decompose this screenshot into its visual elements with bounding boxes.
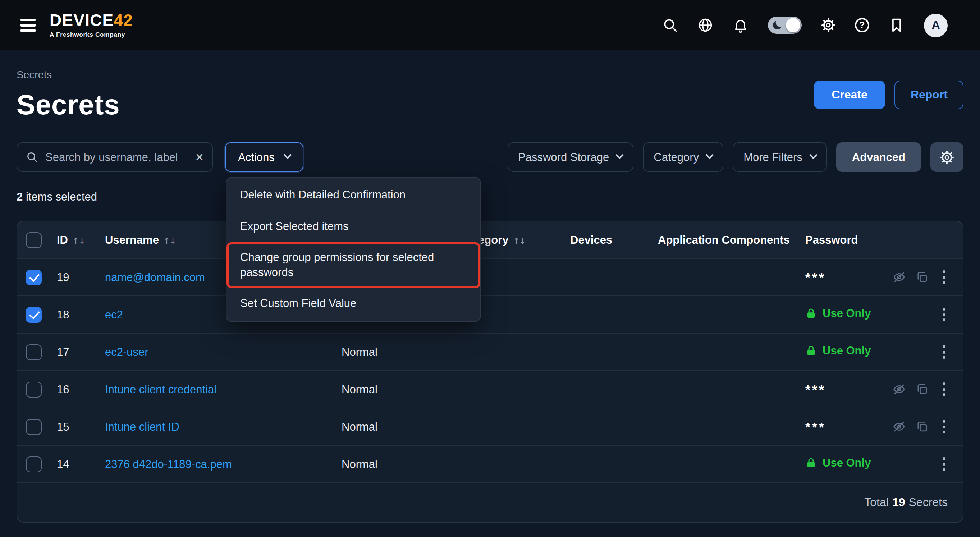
row-checkbox[interactable] — [25, 269, 41, 285]
category-filter[interactable]: Category — [643, 142, 723, 172]
row-menu-button[interactable] — [938, 305, 950, 324]
actions-label: Actions — [238, 151, 275, 164]
sort-icon: ↑↓ — [72, 235, 85, 246]
report-button[interactable]: Report — [895, 81, 964, 109]
lock-icon — [805, 345, 817, 357]
row-menu-button[interactable] — [938, 455, 950, 474]
cell-username-link[interactable]: Intune client credential — [98, 383, 249, 396]
selection-label: items selected — [26, 191, 97, 203]
chevron-down-icon — [283, 151, 291, 159]
cell-id: 15 — [49, 420, 98, 433]
lock-icon — [805, 457, 817, 469]
toggle-knob — [786, 18, 800, 32]
cell-col4: Normal — [334, 458, 453, 470]
category-filter-label: Category — [654, 151, 699, 164]
chevron-down-icon — [809, 151, 817, 159]
table-row: 19 name@domain.com *** — [17, 259, 963, 296]
cell-id: 17 — [49, 345, 98, 358]
notifications-icon[interactable] — [733, 17, 748, 33]
create-button[interactable]: Create — [813, 81, 885, 109]
brand-logo[interactable]: DEVICE42 A Freshworks Company — [49, 12, 133, 38]
menu-item[interactable]: Set Custom Field Value — [226, 288, 480, 319]
use-only-label: Use Only — [822, 456, 871, 469]
topbar: DEVICE42 A Freshworks Company ? A — [0, 0, 980, 50]
row-menu-button[interactable] — [938, 343, 950, 362]
total-count: 19 — [892, 496, 905, 509]
search-box[interactable]: × — [16, 142, 213, 172]
table-row: 14 2376 d42do-1189-ca.pem Normal Use Onl… — [17, 446, 963, 483]
filter-row: × Actions Password Storage Category More… — [16, 142, 964, 172]
settings-icon[interactable] — [821, 18, 835, 32]
cell-username-link[interactable]: Intune client ID — [98, 420, 249, 433]
more-filters-dropdown[interactable]: More Filters — [733, 142, 827, 172]
breadcrumb: Secrets — [16, 69, 120, 81]
search-input[interactable] — [45, 151, 188, 164]
table-row: 17 ec2-user Normal Use Only — [17, 334, 963, 371]
bookmark-icon[interactable] — [889, 17, 905, 33]
menu-item[interactable]: Delete with Detailed Confirmation — [226, 180, 480, 211]
password-masked: *** — [805, 271, 826, 285]
actions-dropdown-button[interactable]: Actions — [225, 142, 304, 172]
eye-off-icon[interactable] — [892, 383, 906, 396]
row-checkbox[interactable] — [25, 456, 41, 472]
password-use-only: Use Only — [805, 344, 871, 357]
row-menu-button[interactable] — [938, 417, 950, 436]
brand-main: DEVICE — [49, 11, 114, 29]
table-settings-button[interactable] — [931, 142, 964, 172]
row-menu-button[interactable] — [938, 380, 950, 399]
total-suffix: Secrets — [909, 496, 948, 509]
row-menu-button[interactable] — [938, 268, 950, 287]
help-icon[interactable]: ? — [855, 18, 869, 32]
total-prefix: Total — [864, 496, 889, 509]
password-action-icons — [892, 383, 929, 396]
row-checkbox[interactable] — [25, 419, 41, 435]
more-filters-label: More Filters — [743, 151, 802, 164]
cell-id: 18 — [49, 308, 98, 321]
copy-icon[interactable] — [915, 270, 929, 284]
header-password: Password — [798, 233, 892, 246]
row-checkbox[interactable] — [25, 307, 41, 323]
password-masked: *** — [805, 383, 826, 397]
copy-icon[interactable] — [915, 420, 929, 434]
eye-off-icon[interactable] — [892, 420, 906, 434]
page-title: Secrets — [16, 89, 120, 121]
cell-username-link[interactable]: ec2-user — [98, 345, 249, 358]
cell-id: 19 — [49, 271, 98, 284]
theme-toggle[interactable] — [768, 16, 802, 34]
avatar[interactable]: A — [924, 13, 948, 37]
cell-col4: Normal — [334, 383, 453, 396]
lock-icon — [805, 308, 817, 319]
main-content: Secrets Secrets Create Report × Actions … — [0, 50, 980, 523]
brand-tagline: A Freshworks Company — [49, 31, 133, 38]
table-row: 15 Intune client ID Normal *** — [17, 408, 963, 446]
gear-icon — [940, 150, 954, 164]
copy-icon[interactable] — [915, 383, 929, 396]
actions-menu: Delete with Detailed ConfirmationExport … — [226, 177, 481, 322]
eye-off-icon[interactable] — [892, 270, 906, 284]
selection-count: 2 — [16, 191, 23, 203]
globe-icon[interactable] — [697, 17, 713, 33]
table-header-row: ID↑↓ Username↑↓ Category↑↓ Devices Appli… — [17, 221, 963, 259]
password-storage-filter[interactable]: Password Storage — [507, 142, 633, 172]
select-all-checkbox[interactable] — [25, 232, 41, 248]
clear-search-icon[interactable]: × — [196, 150, 204, 164]
password-masked: *** — [805, 421, 826, 434]
advanced-button[interactable]: Advanced — [836, 142, 921, 172]
hamburger-menu-button[interactable] — [19, 16, 37, 35]
row-checkbox[interactable] — [25, 344, 41, 360]
row-checkbox[interactable] — [25, 381, 41, 397]
search-icon[interactable] — [662, 17, 678, 33]
cell-username-link[interactable]: 2376 d42do-1189-ca.pem — [98, 458, 249, 470]
app-root: DEVICE42 A Freshworks Company ? A Secret… — [0, 0, 980, 537]
table-body: 19 name@domain.com *** 18 ec2 Amazon Bur… — [17, 259, 963, 483]
header-devices: Devices — [563, 233, 651, 246]
menu-item[interactable]: Export Selected items — [226, 211, 480, 242]
header-id[interactable]: ID↑↓ — [49, 233, 98, 246]
cell-col4: Normal — [334, 420, 453, 433]
menu-item[interactable]: Change group permissions for selected pa… — [226, 242, 480, 288]
password-use-only: Use Only — [805, 456, 871, 469]
sort-icon: ↑↓ — [163, 235, 176, 246]
use-only-label: Use Only — [822, 344, 871, 357]
search-icon — [26, 151, 38, 163]
password-use-only: Use Only — [805, 307, 871, 320]
